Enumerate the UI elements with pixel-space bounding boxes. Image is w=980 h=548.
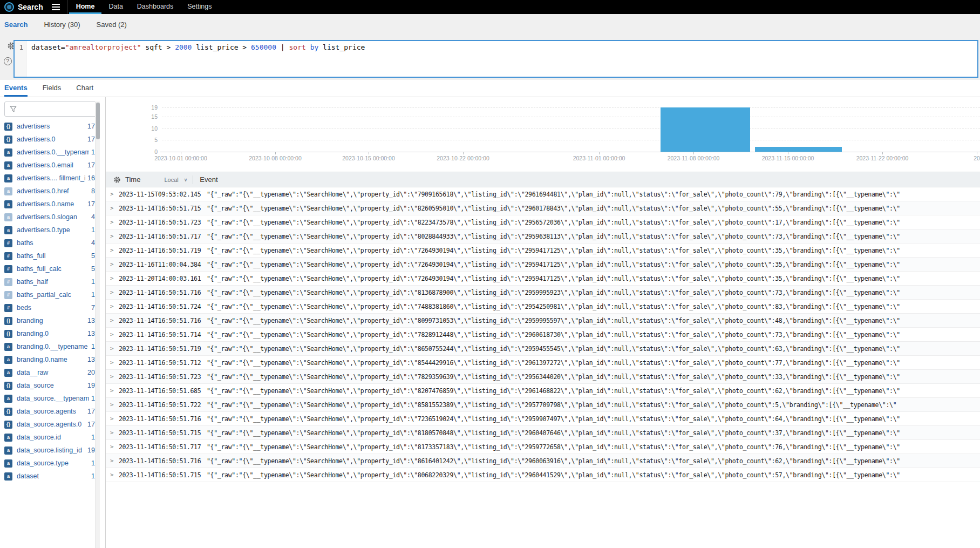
row-expand-chevron-icon[interactable]: > [110,415,115,422]
row-expand-chevron-icon[interactable]: > [110,317,115,324]
topnav-data[interactable]: Data [101,0,130,14]
event-time: 2023-11-14T16:50:51.717 [119,233,202,240]
row-expand-chevron-icon[interactable]: > [110,247,115,254]
row-expand-chevron-icon[interactable]: > [110,205,115,212]
tab-chart[interactable]: Chart [76,80,93,97]
field-row-dataset[interactable]: adataset1 [0,470,96,483]
field-row-baths-full-calc[interactable]: #baths_full_calc5 [0,262,96,275]
x-axis-tick [369,152,369,154]
event-row[interactable]: >2023-11-14T16:50:51.719"{"_raw":"{\"__t… [106,342,980,356]
row-expand-chevron-icon[interactable]: > [110,345,115,352]
fields-sidebar: {}advertisers17{}advertisers.017aadverti… [0,97,105,548]
histogram-bar[interactable] [755,147,842,152]
field-row-baths-partial-calc[interactable]: #baths_partial_calc1 [0,288,96,301]
event-row[interactable]: >2023-11-14T16:50:51.724"{"_raw":"{\"__t… [106,300,980,314]
row-expand-chevron-icon[interactable]: > [110,457,115,464]
tab-fields[interactable]: Fields [43,80,62,97]
event-row[interactable]: >2023-11-15T09:53:02.145"{"_raw":"{\"__t… [106,187,980,201]
field-row-data-source[interactable]: {}data_source19 [0,379,96,392]
field-row-advertisers-fillment-id[interactable]: aadvertisers.... fillment_id16 [0,172,96,185]
subnav-saved-2[interactable]: Saved (2) [97,21,127,29]
field-row-data-source-typename[interactable]: adata_source.__typename1 [0,392,96,405]
chevron-down-icon[interactable]: ∨ [184,177,188,182]
subnav-search[interactable]: Search [4,21,28,29]
topnav-settings[interactable]: Settings [180,0,219,14]
event-row[interactable]: >2023-11-14T16:50:51.714"{"_raw":"{\"__t… [106,328,980,342]
row-expand-chevron-icon[interactable]: > [110,387,115,394]
event-row[interactable]: >2023-11-14T16:50:51.716"{"_raw":"{\"__t… [106,286,980,300]
row-expand-chevron-icon[interactable]: > [110,359,115,366]
y-axis-label: 0 [139,148,158,155]
field-filter-input[interactable] [21,105,97,113]
event-row[interactable]: >2023-11-14T16:50:51.717"{"_raw":"{\"__t… [106,440,980,454]
field-row-advertisers[interactable]: {}advertisers17 [0,120,96,133]
event-row[interactable]: >2023-11-14T16:50:51.723"{"_raw":"{\"__t… [106,215,980,229]
row-expand-chevron-icon[interactable]: > [110,261,115,268]
row-expand-chevron-icon[interactable]: > [110,289,115,296]
event-row[interactable]: >2023-11-14T16:50:51.717"{"_raw":"{\"__t… [106,229,980,243]
field-row-data-source-listing-id[interactable]: adata_source.listing_id19 [0,444,96,457]
row-expand-chevron-icon[interactable]: > [110,275,115,282]
hamburger-menu-icon[interactable] [52,4,60,10]
tab-events[interactable]: Events [4,80,28,97]
field-row-data-source-id[interactable]: adata_source.id1 [0,431,96,444]
row-expand-chevron-icon[interactable]: > [110,191,115,198]
event-row[interactable]: >2023-11-14T16:50:51.716"{"_raw":"{\"__t… [106,314,980,328]
field-name: advertisers.0.href [17,187,89,195]
row-expand-chevron-icon[interactable]: > [110,233,115,240]
subnav-history-30[interactable]: History (30) [44,21,80,29]
event-row[interactable]: >2023-11-14T16:50:51.719"{"_raw":"{\"__t… [106,243,980,258]
event-row[interactable]: >2023-11-14T16:50:51.712"{"_raw":"{\"__t… [106,356,980,370]
sidebar-scrollbar[interactable] [95,102,100,548]
event-row[interactable]: >2023-11-14T16:50:51.722"{"_raw":"{\"__t… [106,398,980,412]
row-expand-chevron-icon[interactable]: > [110,219,115,226]
field-row-baths-half[interactable]: #baths_half1 [0,275,96,288]
table-settings-gear-icon[interactable] [113,176,121,184]
row-expand-chevron-icon[interactable]: > [110,443,115,450]
row-expand-chevron-icon[interactable]: > [110,401,115,408]
topnav-home[interactable]: Home [69,0,102,14]
query-editor[interactable]: 1 dataset="amrealtorproject" sqft > 2000… [13,40,978,78]
row-expand-chevron-icon[interactable]: > [110,331,115,338]
query-text[interactable]: dataset="amrealtorproject" sqft > 2000 l… [26,41,365,77]
event-row[interactable]: >2023-11-14T16:50:51.715"{"_raw":"{\"__t… [106,426,980,440]
field-row-branding-0-typename[interactable]: abranding.0.__typename1 [0,340,96,353]
field-row-advertisers-0-typename[interactable]: aadvertisers.0.__typename1 [0,146,96,159]
field-row-advertisers-0-slogan[interactable]: aadvertisers.0.slogan4 [0,211,96,224]
histogram-bar[interactable] [661,107,750,152]
field-row-advertisers-0-email[interactable]: aadvertisers.0.email17 [0,159,96,172]
field-row-branding[interactable]: {}branding13 [0,314,96,327]
field-row-baths[interactable]: #baths4 [0,236,96,249]
object-type-icon: {} [4,317,12,325]
row-expand-chevron-icon[interactable]: > [110,303,115,310]
field-row-baths-full[interactable]: #baths_full5 [0,249,96,262]
field-row-branding-0-name[interactable]: abranding.0.name13 [0,353,96,366]
topnav-dashboards[interactable]: Dashboards [130,0,180,14]
field-name: advertisers.0.name [17,200,85,208]
event-row[interactable]: >2023-11-14T16:50:51.715"{"_raw":"{\"__t… [106,468,980,482]
field-row-branding-0[interactable]: {}branding.013 [0,327,96,340]
field-row-data-source-type[interactable]: adata_source.type1 [0,457,96,470]
field-row-advertisers-0-type[interactable]: aadvertisers.0.type1 [0,224,96,236]
event-row[interactable]: >2023-11-14T16:50:51.716"{"_raw":"{\"__t… [106,454,980,468]
help-icon[interactable]: ? [4,57,12,65]
sidebar-scrollbar-thumb[interactable] [96,103,100,139]
event-row[interactable]: >2023-11-14T16:50:51.685"{"_raw":"{\"__t… [106,384,980,398]
event-row[interactable]: >2023-11-20T14:00:03.161"{"_raw":"{\"__t… [106,272,980,286]
row-expand-chevron-icon[interactable]: > [110,429,115,436]
event-row[interactable]: >2023-11-14T16:50:51.723"{"_raw":"{\"__t… [106,370,980,384]
field-filter-box[interactable] [4,102,97,117]
event-row[interactable]: >2023-11-14T16:50:51.716"{"_raw":"{\"__t… [106,412,980,426]
field-row-data-source-agents-0[interactable]: {}data_source.agents.017 [0,418,96,431]
timezone-selector[interactable]: Local [164,177,178,183]
event-row[interactable]: >2023-11-16T11:00:04.384"{"_raw":"{\"__t… [106,258,980,272]
field-row-advertisers-0-name[interactable]: aadvertisers.0.name17 [0,198,96,211]
event-row[interactable]: >2023-11-14T16:50:51.715"{"_raw":"{\"__t… [106,201,980,215]
field-row-advertisers-0-href[interactable]: aadvertisers.0.href8 [0,185,96,198]
row-expand-chevron-icon[interactable]: > [110,471,115,478]
field-row-beds[interactable]: #beds7 [0,301,96,314]
row-expand-chevron-icon[interactable]: > [110,373,115,380]
field-row-advertisers-0[interactable]: {}advertisers.017 [0,133,96,146]
field-row-data-raw[interactable]: adata__raw20 [0,366,96,379]
field-row-data-source-agents[interactable]: {}data_source.agents17 [0,405,96,418]
